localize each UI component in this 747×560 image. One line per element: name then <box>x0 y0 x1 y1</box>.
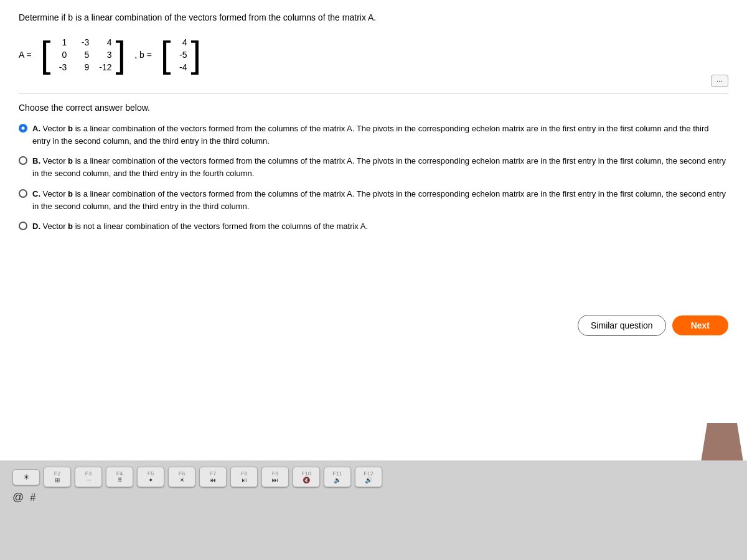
matrix-a-02: 4 <box>99 37 111 47</box>
more-options-button[interactable]: ··· <box>711 75 728 87</box>
f4-key[interactable]: F4 ⠿ <box>106 467 133 487</box>
matrix-b-bracket: [ 4 -5 -4 ] <box>161 35 201 75</box>
f10-key[interactable]: F10 🔇 <box>293 467 320 487</box>
matrix-a-10: 0 <box>54 50 67 60</box>
bracket-left-b: [ <box>161 36 171 73</box>
bottom-key-row: @ # <box>12 491 735 504</box>
divider <box>19 93 728 94</box>
brightness-key[interactable]: ☀ <box>12 469 40 485</box>
bracket-right-a: ] <box>116 36 126 73</box>
at-symbol: @ <box>12 491 24 504</box>
action-buttons: Similar question Next <box>578 315 728 336</box>
radio-a[interactable] <box>19 124 27 133</box>
radio-b[interactable] <box>19 156 27 165</box>
question-header: Determine if b is a linear combination o… <box>19 12 728 22</box>
option-b-text: B. Vector b is a linear combination of t… <box>32 155 728 180</box>
f12-key[interactable]: F12 🔊 <box>355 467 382 487</box>
bracket-right-b: ] <box>191 36 202 73</box>
matrix-a-21: 9 <box>77 62 89 72</box>
keyboard-bar: ☀ F2 ⊞ F3 ⋯ F4 ⠿ F5 ✦ F6 ☀ F7 ⏮ F8 ⏯ <box>0 460 747 560</box>
dots-icon: ··· <box>716 77 723 85</box>
option-b[interactable]: B. Vector b is a linear combination of t… <box>19 155 728 180</box>
matrix-a-12: 3 <box>99 50 111 60</box>
radio-d[interactable] <box>19 222 27 230</box>
similar-question-button[interactable]: Similar question <box>578 315 666 336</box>
matrix-section: A = [ 1 -3 4 0 5 3 -3 9 -12 ] , b = [ 4 … <box>19 35 728 75</box>
hash-symbol: # <box>30 492 35 503</box>
f11-key[interactable]: F11 🔉 <box>324 467 351 487</box>
f9-key[interactable]: F9 ⏭ <box>261 467 289 487</box>
matrix-a-01: -3 <box>77 37 89 47</box>
b-equals-label: , b = <box>134 50 152 60</box>
fn-key-row: ☀ F2 ⊞ F3 ⋯ F4 ⠿ F5 ✦ F6 ☀ F7 ⏮ F8 ⏯ <box>12 467 735 487</box>
matrix-a-20: -3 <box>54 62 67 72</box>
matrix-a-bracket: [ 1 -3 4 0 5 3 -3 9 -12 ] <box>40 35 126 75</box>
f2-key[interactable]: F2 ⊞ <box>44 467 71 487</box>
next-button[interactable]: Next <box>672 315 728 335</box>
matrix-a-11: 5 <box>77 50 89 60</box>
option-a[interactable]: A. Vector b is a linear combination of t… <box>19 123 728 147</box>
options-list: A. Vector b is a linear combination of t… <box>19 123 728 233</box>
option-c-text: C. Vector b is a linear combination of t… <box>32 188 728 213</box>
matrix-a-grid: 1 -3 4 0 5 3 -3 9 -12 <box>50 35 115 75</box>
main-content: Determine if b is a linear combination o… <box>0 0 747 460</box>
option-c[interactable]: C. Vector b is a linear combination of t… <box>19 188 728 213</box>
f3-key[interactable]: F3 ⋯ <box>75 467 102 487</box>
f5-key[interactable]: F5 ✦ <box>137 467 164 487</box>
option-d-text: D. Vector b is not a linear combination … <box>32 220 368 233</box>
matrix-b-2: -4 <box>175 62 187 72</box>
f7-key[interactable]: F7 ⏮ <box>199 467 227 487</box>
option-d[interactable]: D. Vector b is not a linear combination … <box>19 220 728 233</box>
choose-label: Choose the correct answer below. <box>19 103 728 113</box>
matrix-b-1: -5 <box>175 50 187 60</box>
matrix-b-grid: 4 -5 -4 <box>171 35 191 75</box>
matrix-a-00: 1 <box>54 37 67 47</box>
f8-key[interactable]: F8 ⏯ <box>230 467 258 487</box>
radio-c[interactable] <box>19 189 27 198</box>
matrix-a-label: A = <box>19 50 32 60</box>
option-a-text: A. Vector b is a linear combination of t… <box>32 123 728 147</box>
bracket-left: [ <box>40 36 51 73</box>
matrix-a-22: -12 <box>99 62 111 72</box>
f6-key[interactable]: F6 ☀ <box>168 467 195 487</box>
matrix-b-0: 4 <box>175 37 187 47</box>
